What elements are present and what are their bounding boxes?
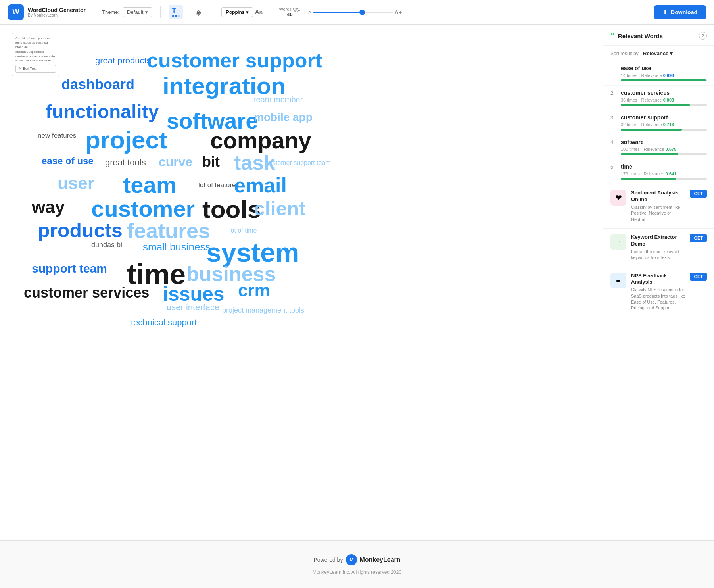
font-aa-button[interactable]: Aa [255,9,263,16]
footer: Powered by M MonkeyLearn MonkeyLearn Inc… [0,540,714,588]
font-select[interactable]: Poppins ▾ [221,7,253,17]
relevance-bar-container [621,129,707,131]
download-button[interactable]: ⬇ Download [654,5,706,19]
word-new-features: new features [38,132,76,140]
quote-icon: ❝ [610,31,615,40]
shape-tool-button[interactable]: ◈ [191,5,205,19]
help-button[interactable]: ? [699,32,707,40]
word-email: email [234,173,287,197]
word-way: way [32,197,65,217]
relevance-times: 100 times [621,147,640,152]
word-tools: tools [202,195,261,223]
relevance-times: 36 times [621,98,637,102]
size-slider-track[interactable] [313,12,393,13]
app-desc-3: Classify NPS responses for SaaS products… [631,287,685,311]
word-user: user [58,173,94,193]
question-mark-icon: ? [702,33,704,38]
theme-area: Theme: Default ▾ [102,7,152,17]
app-icon-2: → [610,234,626,250]
relevance-score: Relevance 0.641 [644,171,677,176]
ml-name: MonkeyLearn [359,556,400,563]
word-great-products: great products [95,56,151,66]
word-team: team [123,171,177,198]
get-button-3[interactable]: GET [690,273,707,281]
word-customer: customer [91,195,195,222]
relevance-rank: 4. [610,139,617,145]
text-icon: T [172,7,180,14]
relevance-name: time [621,163,707,170]
word-products: products [38,219,123,242]
words-qty-value: 40 [287,12,292,17]
relevance-rank: 3. [610,115,617,121]
relevance-item-2: 2. customer services 36 times Relevance … [603,86,714,110]
header: W WordCloud Generator By MonkeyLearn The… [0,0,714,25]
text-tool-dots [172,15,180,17]
app-info-1: Sentiment Analysis Online Classify by se… [631,190,685,223]
app-card-2: → Keyword Extractor Demo Extract the mos… [603,229,714,267]
relevance-score: Relevance 0.998 [641,73,674,78]
relevance-bar-container [621,153,707,155]
relevance-item-1: 1. ease of use 14 times Relevance 0.998 [603,61,714,86]
divider-2 [160,6,161,18]
word-cloud: customer supportgreat productsdashboardi… [0,25,603,540]
app-card-3: ≡ NPS Feedback Analysis Classify NPS res… [603,267,714,317]
relevance-name: software [621,139,707,145]
copyright-text: MonkeyLearn Inc. All rights reserved 202… [313,569,401,575]
sort-select[interactable]: Relevance ▾ [643,50,673,56]
size-slider-thumb[interactable] [359,10,365,15]
word-functionality: functionality [46,101,159,123]
words-qty-label: Words Qty. [279,7,300,12]
word-crm: crm [238,281,270,300]
word-lot-of-time: lot of time [229,227,257,234]
word-dundas-bi: dundas bi [91,241,122,249]
relevance-bar [621,129,682,131]
relevance-score: Relevance 0.808 [641,98,674,102]
app-info-2: Keyword Extractor Demo Extract the most … [631,234,685,261]
sort-area: Sort result by: Relevance ▾ [603,46,714,61]
text-tool-button[interactable]: T [169,5,183,19]
words-qty-area: Words Qty. 40 [279,7,300,17]
font-area: Poppins ▾ Aa [221,7,263,17]
logo-text: WordCloud Generator By MonkeyLearn [28,7,86,17]
app-logo-icon: W [8,4,24,20]
word-technical-support: technical support [131,317,197,328]
app-info-3: NPS Feedback Analysis Classify NPS respo… [631,273,685,311]
relevant-words-header: ❝ Relevant Words ? [603,25,714,46]
chevron-down-icon: ▾ [145,9,148,15]
sidebar: ❝ Relevant Words ? Sort result by: Relev… [603,25,714,540]
word-support-team: support team [32,262,107,275]
app-by: By MonkeyLearn [28,13,86,17]
powered-by-area: Powered by M MonkeyLearn [313,554,400,565]
word-customer-support-team: customer support team [266,159,331,167]
relevance-bar-container [621,79,707,81]
sort-label: Sort result by: [610,51,640,56]
monkeylearn-logo: M MonkeyLearn [346,554,400,565]
shape-icon: ◈ [195,8,201,17]
relevance-bar [621,79,706,81]
logo-area: W WordCloud Generator By MonkeyLearn [8,4,86,20]
get-button-1[interactable]: GET [690,190,707,198]
relevance-bar [621,104,690,106]
font-value: Poppins [226,9,244,15]
theme-label: Theme: [102,9,119,15]
relevance-item-3: 3. customer support 32 times Relevance 0… [603,110,714,135]
relevance-bar-container [621,104,707,106]
app-cards-list: ❤ Sentiment Analysis Online Classify by … [603,184,714,317]
relevance-score: Relevance 0.713 [641,122,674,127]
app-name-3: NPS Feedback Analysis [631,273,685,286]
size-small-label: A [308,10,311,15]
word-small-business: small business [143,241,211,253]
word-ease-of-use: ease of use [42,156,94,167]
get-button-2[interactable]: GET [690,234,707,242]
relevance-name: customer services [621,90,707,96]
relevance-bar-container [621,178,707,180]
app-desc-1: Classify by sentiment like Positive, Neg… [631,204,685,223]
app-name-1: Sentiment Analysis Online [631,190,685,203]
relevance-bar [621,178,676,180]
app-card-1: ❤ Sentiment Analysis Online Classify by … [603,184,714,229]
size-large-label: A+ [395,9,402,15]
theme-select[interactable]: Default ▾ [123,7,152,17]
size-slider-area: A A+ [308,9,646,15]
wordcloud-area: Curabitur brazo purus nec justo faucibus… [0,25,603,540]
relevance-times: 179 times [621,171,640,176]
